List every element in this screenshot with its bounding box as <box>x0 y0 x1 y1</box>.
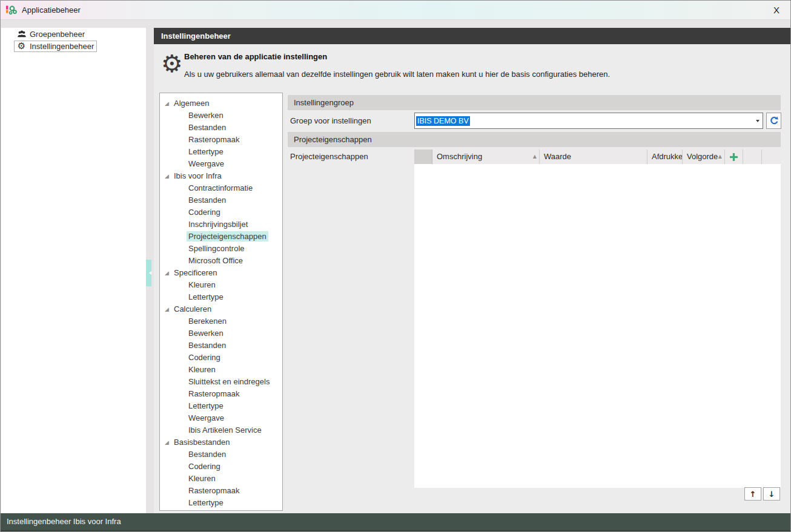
statusbar: Instellingenbeheer Ibis voor Infra <box>1 513 790 532</box>
tree-group-specificeren[interactable]: ◢Specificeren <box>160 267 282 279</box>
splitter-collapse-handle[interactable] <box>146 260 151 286</box>
chevron-down-icon[interactable] <box>752 113 763 128</box>
app-logo-icon <box>5 4 18 16</box>
arrow-down-icon: ↓ <box>769 490 775 499</box>
tree-item-label: Rasteropmaak <box>187 389 242 399</box>
tree-item-label: Kleuren <box>187 473 217 484</box>
add-row-button[interactable] <box>725 149 743 164</box>
intro-description: Als u uw gebruikers allemaal van dezelfd… <box>184 70 610 79</box>
tree-item-sluittekst-en-eindregels[interactable]: Sluittekst en eindregels <box>160 376 282 388</box>
column-header-waarde[interactable]: Waarde <box>540 149 647 164</box>
sidebar-item-instellingenbeheer[interactable]: ⚙ Instellingenbeheer <box>14 41 97 52</box>
page-title: Instellingenbeheer <box>154 28 791 44</box>
expander-icon[interactable]: ◢ <box>165 436 173 448</box>
tree-item-codering[interactable]: Codering <box>160 206 282 218</box>
move-down-button[interactable]: ↓ <box>763 487 780 501</box>
row-selector-header <box>414 149 432 164</box>
tree-item-kleuren[interactable]: Kleuren <box>160 473 282 485</box>
tree-item-contractinformatie[interactable]: Contractinformatie <box>160 182 282 194</box>
tree-item-projecteigenschappen[interactable]: Projecteigenschappen <box>160 231 282 243</box>
table-body-empty[interactable] <box>414 164 781 487</box>
tree-item-label: Bestanden <box>187 449 228 459</box>
intro-band: ⚙ Beheren van de applicatie instellingen… <box>154 44 791 91</box>
tree-item-label: Berekenen <box>187 316 228 326</box>
tree-item-bewerken[interactable]: Bewerken <box>160 327 282 340</box>
tree-item-label: Codering <box>187 461 222 471</box>
tree-item-codering[interactable]: Codering <box>160 461 282 473</box>
tree-item-label: Codering <box>187 352 222 363</box>
tree-item-bestanden[interactable]: Bestanden <box>160 448 282 461</box>
column-header-afdrukken[interactable]: Afdrukken <box>647 149 683 164</box>
column-header-volgorde[interactable]: Volgorde▲ <box>683 149 725 164</box>
gear-icon: ⚙ <box>16 42 27 51</box>
settings-group-combobox[interactable]: IBIS DEMO BV <box>414 113 763 129</box>
tree-group-calculeren[interactable]: ◢Calculeren <box>160 303 282 315</box>
tree-item-rasteropmaak[interactable]: Rasteropmaak <box>160 485 282 497</box>
titlebar: Applicatiebeheer X <box>1 1 790 20</box>
tree-item-label: Bewerken <box>187 328 225 338</box>
sidebar-item-label: Groepenbeheer <box>30 30 85 39</box>
tree-item-rasteropmaak[interactable]: Rasteropmaak <box>160 388 282 400</box>
column-label: Omschrijving <box>437 152 482 161</box>
tree-item-spellingcontrole[interactable]: Spellingcontrole <box>160 243 282 255</box>
tree-item-weergave[interactable]: Weergave <box>160 158 282 170</box>
close-icon[interactable]: X <box>767 1 786 19</box>
column-header-omschrijving[interactable]: Omschrijving▲ <box>432 149 540 164</box>
tree-item-label: Microsoft Office <box>187 255 245 266</box>
tree-item-label: Inschrijvingsbiljet <box>187 219 250 229</box>
tree-item-kleuren[interactable]: Kleuren <box>160 279 282 291</box>
tree-item-label: Rasteropmaak <box>187 485 242 496</box>
column-label: Afdrukken <box>652 152 683 161</box>
tree-item-ibis-artikelen-service[interactable]: Ibis Artikelen Service <box>160 424 282 436</box>
sidebar: Groepenbeheer ⚙ Instellingenbeheer <box>1 28 146 513</box>
tree-item-bewerken[interactable]: Bewerken <box>160 110 282 122</box>
field-label-groep-voor-instellingen: Groep voor instellingen <box>290 113 371 129</box>
tree-item-kleuren[interactable]: Kleuren <box>160 364 282 376</box>
tree-item-bestanden[interactable]: Bestanden <box>160 122 282 134</box>
expander-icon[interactable]: ◢ <box>165 170 173 182</box>
intro-title: Beheren van de applicatie instellingen <box>184 52 327 61</box>
tree-group-label: Basisbestanden <box>174 438 230 447</box>
tree-group-ibis-voor-infra[interactable]: ◢Ibis voor Infra <box>160 170 282 182</box>
tree-item-lettertype[interactable]: Lettertype <box>160 291 282 303</box>
settings-tree: ◢AlgemeenBewerkenBestandenRasteropmaakLe… <box>159 93 283 511</box>
expander-icon[interactable]: ◢ <box>165 303 173 315</box>
tree-item-bestanden[interactable]: Bestanden <box>160 340 282 352</box>
arrow-up-icon: ↑ <box>750 490 756 499</box>
tree-item-berekenen[interactable]: Berekenen <box>160 315 282 327</box>
tree-item-codering[interactable]: Codering <box>160 352 282 364</box>
app-window: Applicatiebeheer X Groepenbeheer ⚙ Inste… <box>0 0 791 532</box>
project-properties-table: Omschrijving▲WaardeAfdrukkenVolgorde▲ <box>414 149 781 488</box>
section-header-projecteigenschappen: Projecteigenschappen <box>288 132 781 147</box>
expander-icon[interactable]: ◢ <box>165 97 173 110</box>
splitter[interactable] <box>146 28 154 513</box>
refresh-icon <box>769 116 779 126</box>
tree-item-label: Lettertype <box>187 401 225 411</box>
tree-item-microsoft-office[interactable]: Microsoft Office <box>160 255 282 267</box>
tree-item-label: Weergave <box>187 159 226 169</box>
tree-item-label: Lettertype <box>187 146 225 157</box>
tree-item-label: Ibis Artikelen Service <box>187 425 263 435</box>
gear-icon: ⚙ <box>161 51 183 76</box>
tree-item-label: Projecteigenschappen <box>187 231 268 241</box>
tree-group-label: Ibis voor Infra <box>174 171 222 180</box>
column-label: Waarde <box>544 152 571 161</box>
tree-item-label: Kleuren <box>187 280 217 290</box>
tree-group-algemeen[interactable]: ◢Algemeen <box>160 97 282 110</box>
tree-item-lettertype[interactable]: Lettertype <box>160 146 282 158</box>
tree-item-lettertype[interactable]: Lettertype <box>160 497 282 509</box>
tree-item-label: Lettertype <box>187 292 225 302</box>
tree-item-rasteropmaak[interactable]: Rasteropmaak <box>160 134 282 146</box>
tree-item-weergave[interactable]: Weergave <box>160 412 282 424</box>
tree-item-label: Bewerken <box>187 110 225 120</box>
table-header-row: Omschrijving▲WaardeAfdrukkenVolgorde▲ <box>414 149 781 164</box>
move-up-button[interactable]: ↑ <box>744 487 761 501</box>
sidebar-item-groepenbeheer[interactable]: Groepenbeheer <box>14 28 88 40</box>
expander-icon[interactable]: ◢ <box>165 267 173 279</box>
tree-item-inschrijvingsbiljet[interactable]: Inschrijvingsbiljet <box>160 218 282 231</box>
refresh-button[interactable] <box>766 113 781 129</box>
tree-item-lettertype[interactable]: Lettertype <box>160 400 282 412</box>
tree-group-label: Calculeren <box>174 304 211 314</box>
tree-item-bestanden[interactable]: Bestanden <box>160 194 282 206</box>
tree-group-basisbestanden[interactable]: ◢Basisbestanden <box>160 436 282 448</box>
